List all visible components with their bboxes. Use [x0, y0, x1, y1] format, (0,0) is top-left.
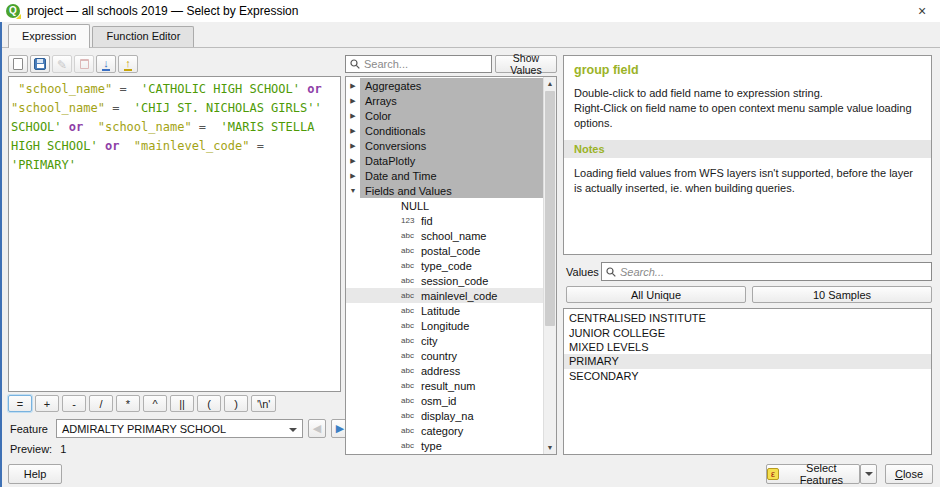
value-list-item[interactable]: JUNIOR COLLEGE [564, 325, 931, 339]
tree-group-label: Fields and Values [360, 183, 543, 198]
tree-field-row[interactable]: abcLatitude [346, 303, 543, 318]
tree-field-row[interactable]: abcdisplay_na [346, 408, 543, 423]
scroll-down-icon[interactable] [544, 441, 556, 454]
operator-button[interactable]: ( [197, 395, 221, 412]
tree-field-row[interactable]: 123fid [346, 213, 543, 228]
tree-group-row[interactable]: ▶Date and Time [346, 168, 543, 183]
chevron-collapsed-icon[interactable]: ▶ [346, 142, 360, 150]
all-unique-button[interactable]: All Unique [566, 286, 746, 303]
chevron-collapsed-icon[interactable]: ▶ [346, 112, 360, 120]
tree-group-label: Aggregates [360, 78, 543, 93]
feature-label: Feature [10, 423, 48, 435]
operator-button[interactable]: '\n' [251, 395, 276, 412]
tree-group-row[interactable]: ▶Arrays [346, 93, 543, 108]
samples-button[interactable]: 10 Samples [752, 286, 932, 303]
import-icon [102, 58, 110, 71]
tree-group-row[interactable]: ▶Color [346, 108, 543, 123]
tab-bar: Expression Function Editor [0, 22, 940, 48]
select-features-icon [767, 468, 779, 480]
search-icon [606, 267, 616, 277]
operator-button[interactable]: - [62, 395, 86, 412]
text-field-icon: abc [401, 336, 421, 345]
tree-group-row[interactable]: ▼Fields and Values [346, 183, 543, 198]
save-icon [34, 58, 46, 70]
tree-field-row[interactable]: abcresult_num [346, 378, 543, 393]
function-help-panel: group field Double-click to add field na… [563, 55, 932, 255]
tab-function-editor[interactable]: Function Editor [92, 26, 194, 47]
help-button[interactable]: Help [8, 464, 62, 484]
chevron-collapsed-icon[interactable]: ▶ [346, 127, 360, 135]
tree-field-row[interactable]: abcosm_id [346, 393, 543, 408]
qgis-logo-icon: Q [6, 4, 20, 18]
text-field-icon: abc [401, 231, 421, 240]
tree-field-row[interactable]: abctype [346, 438, 543, 453]
close-button[interactable]: Close [885, 464, 933, 484]
operator-button[interactable]: + [35, 395, 59, 412]
tree-field-row[interactable]: NULL [346, 198, 543, 213]
text-field-icon: abc [401, 351, 421, 360]
chevron-collapsed-icon[interactable]: ▶ [346, 97, 360, 105]
tree-field-label: mainlevel_code [421, 290, 497, 302]
tree-group-row[interactable]: ▶Aggregates [346, 78, 543, 93]
text-field-icon: abc [401, 366, 421, 375]
value-list-item[interactable]: CENTRALISED INSTITUTE [564, 311, 931, 325]
select-features-dropdown-button[interactable] [860, 464, 877, 484]
feature-combobox[interactable]: ADMIRALTY PRIMARY SCHOOL [56, 419, 303, 438]
tree-group-row[interactable]: ▶DataPlotly [346, 153, 543, 168]
expression-line: "school_name" = 'CATHOLIC HIGH SCHOOL' o… [11, 80, 338, 99]
scroll-up-icon[interactable] [544, 77, 556, 90]
operator-button[interactable]: || [170, 395, 194, 412]
tree-field-row[interactable]: abcpostal_code [346, 243, 543, 258]
tree-group-row[interactable]: ▶Conditionals [346, 123, 543, 138]
help-title: group field [564, 56, 931, 86]
chevron-collapsed-icon[interactable]: ▶ [346, 172, 360, 180]
tree-field-row[interactable]: abcLongitude [346, 318, 543, 333]
text-field-icon: abc [401, 246, 421, 255]
chevron-collapsed-icon[interactable]: ▶ [346, 157, 360, 165]
tree-field-row[interactable]: abcmainlevel_code [346, 288, 543, 303]
function-search-input[interactable] [364, 58, 487, 70]
operator-button[interactable]: ) [224, 395, 248, 412]
select-features-button[interactable]: Select Features [766, 464, 860, 484]
tree-field-row[interactable]: abccategory [346, 423, 543, 438]
values-search-input[interactable] [620, 266, 927, 278]
show-values-button[interactable]: Show Values [495, 55, 557, 73]
tree-group-row[interactable]: ▶Conversions [346, 138, 543, 153]
value-list-item[interactable]: SECONDARY [564, 369, 931, 383]
tree-field-row[interactable]: abcaddress [346, 363, 543, 378]
text-field-icon: abc [401, 441, 421, 450]
save-expression-button[interactable] [30, 55, 50, 73]
close-window-icon[interactable]: × [911, 2, 933, 20]
import-expression-button[interactable] [96, 55, 116, 73]
trash-icon [80, 59, 89, 69]
select-by-expression-dialog: Q project — all schools 2019 — Select by… [0, 0, 940, 487]
value-list-item[interactable]: MIXED LEVELS [564, 340, 931, 354]
operator-button[interactable]: * [116, 395, 140, 412]
export-expression-button[interactable] [118, 55, 138, 73]
numeric-field-icon: 123 [401, 216, 421, 225]
value-list-item[interactable]: PRIMARY [564, 354, 931, 368]
operator-button[interactable]: ^ [143, 395, 167, 412]
text-field-icon: abc [401, 381, 421, 390]
tree-field-row[interactable]: abccity [346, 333, 543, 348]
operator-button[interactable]: = [8, 395, 32, 412]
tree-field-label: Latitude [421, 305, 460, 317]
tab-expression[interactable]: Expression [8, 24, 90, 48]
tree-group-label: Arrays [360, 93, 543, 108]
operator-button[interactable]: / [89, 395, 113, 412]
expression-code[interactable]: "school_name" = 'CATHOLIC HIGH SCHOOL' o… [8, 76, 341, 392]
search-icon [350, 59, 360, 69]
close-button-label: Close [895, 468, 923, 480]
tree-field-row[interactable]: abcschool_name [346, 228, 543, 243]
feature-combobox-value: ADMIRALTY PRIMARY SCHOOL [62, 423, 226, 435]
tree-field-label: postal_code [421, 245, 480, 257]
chevron-expanded-icon[interactable]: ▼ [346, 187, 360, 194]
tree-field-row[interactable]: abccountry [346, 348, 543, 363]
scrollbar-thumb[interactable] [545, 91, 555, 326]
tree-field-row[interactable]: abcsession_code [346, 273, 543, 288]
tree-field-row[interactable]: abctype_code [346, 258, 543, 273]
tree-scrollbar[interactable] [543, 77, 556, 454]
expression-line: HIGH SCHOOL' or "mainlevel_code" = [11, 137, 338, 156]
new-expression-button[interactable] [8, 55, 28, 73]
chevron-collapsed-icon[interactable]: ▶ [346, 82, 360, 90]
